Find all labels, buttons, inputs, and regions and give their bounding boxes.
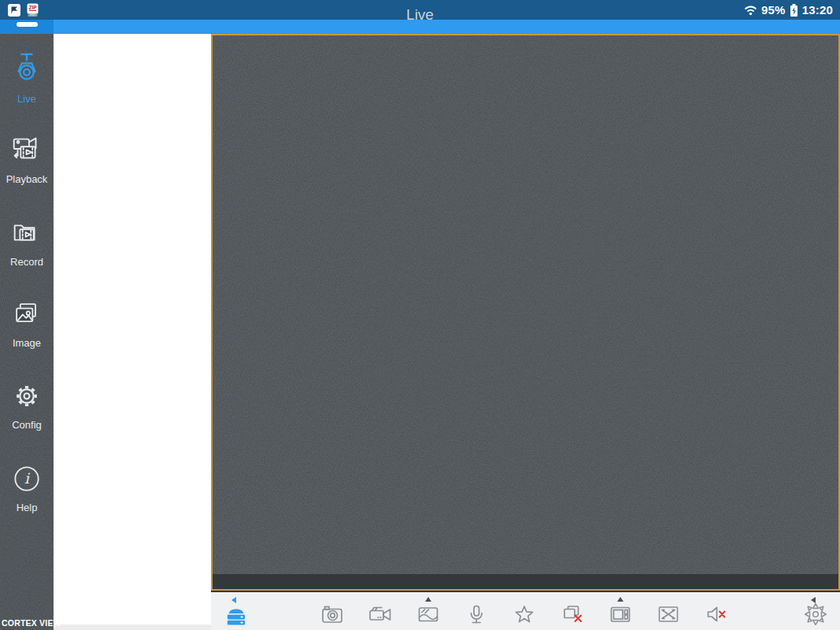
channel-list-panel bbox=[54, 34, 211, 624]
noise-texture bbox=[213, 35, 838, 589]
svg-text:i: i bbox=[24, 470, 31, 487]
sidebar-item-label: Image bbox=[13, 337, 41, 349]
image-icon bbox=[9, 297, 44, 332]
device-list-button[interactable] bbox=[223, 601, 250, 628]
favorite-star-icon bbox=[512, 602, 537, 627]
record-video-icon bbox=[368, 602, 393, 627]
brand-text: CORTEX VIEW bbox=[2, 618, 61, 628]
record-video-button[interactable] bbox=[367, 601, 394, 628]
svg-text:ZIP: ZIP bbox=[28, 5, 37, 10]
app-screen: ZIP FTP 95% bbox=[0, 0, 840, 630]
status-indicators: 95% 13:20 bbox=[743, 0, 833, 20]
nav-sidebar: Live Playback bbox=[0, 34, 54, 630]
playback-icon bbox=[9, 132, 45, 168]
close-all-icon bbox=[560, 602, 585, 627]
stream-quality-button[interactable] bbox=[415, 601, 442, 628]
action-bar bbox=[0, 20, 840, 34]
clock-text: 13:20 bbox=[802, 3, 833, 17]
close-all-button[interactable] bbox=[559, 601, 586, 628]
split-screen-icon bbox=[608, 602, 633, 627]
config-gear-icon bbox=[9, 379, 44, 413]
wifi-icon bbox=[743, 3, 758, 17]
sidebar-item-label: Record bbox=[10, 256, 43, 268]
sidebar-item-label: Playback bbox=[6, 173, 48, 185]
gallery-notification-icon bbox=[7, 3, 21, 17]
sidebar-item-live[interactable]: Live bbox=[0, 50, 54, 105]
mute-button[interactable] bbox=[703, 601, 730, 628]
sidebar-item-image[interactable]: Image bbox=[0, 297, 54, 349]
microphone-button[interactable] bbox=[463, 601, 490, 628]
menu-drawer-toggle[interactable] bbox=[0, 20, 54, 34]
status-notifications: ZIP FTP bbox=[7, 0, 39, 20]
video-cell-status-strip bbox=[213, 574, 838, 589]
android-status-bar: ZIP FTP 95% bbox=[0, 0, 840, 20]
svg-text:FTP: FTP bbox=[30, 13, 35, 17]
sidebar-item-label: Help bbox=[17, 502, 38, 513]
help-icon: i bbox=[9, 461, 44, 496]
stream-quality-icon bbox=[416, 602, 441, 627]
microphone-icon bbox=[464, 602, 489, 627]
mute-icon bbox=[704, 602, 729, 627]
favorite-button[interactable] bbox=[511, 601, 538, 628]
snapshot-icon bbox=[320, 602, 345, 627]
sidebar-item-help[interactable]: i Help bbox=[0, 461, 54, 513]
battery-percent-text: 95% bbox=[761, 3, 786, 17]
device-list-icon bbox=[223, 601, 250, 628]
fullscreen-icon bbox=[656, 602, 681, 627]
ptz-icon bbox=[802, 601, 829, 628]
sidebar-item-config[interactable]: Config bbox=[0, 379, 54, 431]
split-screen-button[interactable] bbox=[607, 601, 634, 628]
sidebar-item-record[interactable]: Record bbox=[0, 214, 54, 268]
live-toolbar bbox=[211, 591, 840, 630]
menu-handle-icon bbox=[17, 22, 38, 27]
fullscreen-button[interactable] bbox=[655, 601, 682, 628]
zip-ftp-notification-icon: ZIP FTP bbox=[26, 3, 39, 17]
ptz-button[interactable] bbox=[802, 601, 829, 628]
snapshot-button[interactable] bbox=[319, 601, 346, 628]
sidebar-item-label: Live bbox=[17, 93, 36, 105]
record-icon bbox=[9, 214, 45, 250]
battery-charging-icon bbox=[789, 2, 799, 18]
sidebar-item-label: Config bbox=[12, 419, 42, 431]
sidebar-item-playback[interactable]: Playback bbox=[0, 132, 54, 185]
panel-footer-strip bbox=[54, 624, 211, 630]
live-camera-icon bbox=[9, 50, 45, 87]
video-cell[interactable] bbox=[211, 34, 840, 591]
